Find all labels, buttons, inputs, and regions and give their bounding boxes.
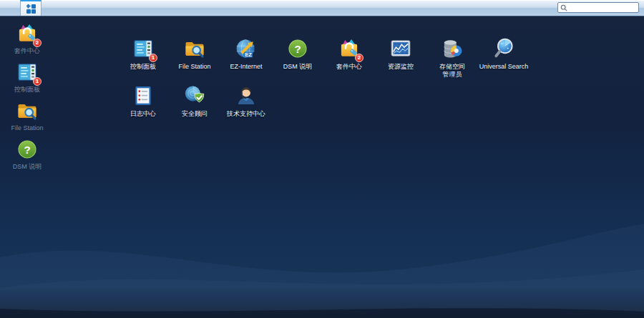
app-item-storage-manager[interactable]: 存储空间 管理员 xyxy=(426,33,478,80)
notification-badge: 1 xyxy=(149,54,157,62)
app-label: 日志中心 xyxy=(130,110,156,118)
app-label: 资源监控 xyxy=(388,63,414,71)
dsm-help-icon xyxy=(286,37,309,60)
app-item-universal-search[interactable]: Universal Search xyxy=(478,33,530,80)
app-label: 存储空间 管理员 xyxy=(439,63,465,78)
file-station-icon xyxy=(16,99,39,122)
security-advisor-icon xyxy=(183,84,206,107)
notification-badge: 1 xyxy=(33,77,42,86)
app-label: 套件中心 xyxy=(336,63,362,71)
app-item-package-center[interactable]: 2 套件中心 xyxy=(323,33,375,80)
wallpaper-waves xyxy=(0,218,644,318)
support-center-icon xyxy=(235,84,258,107)
dsm-help-icon xyxy=(16,138,39,161)
main-menu-grid-icon xyxy=(26,4,36,14)
shortcut-label: DSM 说明 xyxy=(13,163,42,171)
search-magnifier-icon xyxy=(560,4,567,11)
app-label: 技术支持中心 xyxy=(227,110,265,118)
main-menu-button[interactable] xyxy=(20,0,42,16)
app-label: Universal Search xyxy=(479,63,529,71)
app-label: 安全顾问 xyxy=(182,110,208,118)
app-label: File Station xyxy=(178,63,210,71)
app-item-file-station[interactable]: File Station xyxy=(169,33,220,80)
top-taskbar xyxy=(0,0,644,16)
search-box[interactable] xyxy=(557,2,639,13)
app-item-log-center[interactable]: 日志中心 xyxy=(117,80,169,127)
app-grid: 1 控制面板 File Station EZ-Internet DSM 说明 2… xyxy=(117,33,530,127)
package-center-icon: 2 xyxy=(338,37,361,60)
app-label: 控制面板 xyxy=(130,63,156,71)
notification-badge: 2 xyxy=(33,39,42,47)
app-label: DSM 说明 xyxy=(283,63,313,71)
universal-search-icon xyxy=(492,37,515,60)
resource-monitor-icon xyxy=(389,37,412,60)
desktop-shortcuts: 2 套件中心 1 控制面板 File Station DSM 说明 xyxy=(1,22,53,177)
desktop-shortcut-dsm-help[interactable]: DSM 说明 xyxy=(1,138,53,171)
shortcut-label: 套件中心 xyxy=(14,47,40,55)
package-center-icon: 2 xyxy=(16,22,39,45)
control-panel-icon: 1 xyxy=(132,37,155,60)
desktop-shortcut-control-panel[interactable]: 1 控制面板 xyxy=(1,61,53,94)
app-item-dsm-help[interactable]: DSM 说明 xyxy=(272,33,323,80)
app-item-security-advisor[interactable]: 安全顾问 xyxy=(169,80,220,127)
desktop-shortcut-file-station[interactable]: File Station xyxy=(1,99,53,132)
storage-manager-icon xyxy=(441,37,464,60)
app-item-support-center[interactable]: 技术支持中心 xyxy=(220,80,272,127)
notification-badge: 2 xyxy=(355,54,364,62)
app-label: EZ-Internet xyxy=(230,63,262,71)
shortcut-label: File Station xyxy=(11,124,43,132)
shortcut-label: 控制面板 xyxy=(14,86,40,94)
log-center-icon xyxy=(132,84,155,107)
desktop-shortcut-package-center[interactable]: 2 套件中心 xyxy=(1,22,53,55)
app-item-ez-internet[interactable]: EZ-Internet xyxy=(220,33,272,80)
search-input[interactable] xyxy=(570,4,636,12)
app-item-control-panel[interactable]: 1 控制面板 xyxy=(117,33,169,80)
ez-internet-icon xyxy=(235,37,258,60)
file-station-icon xyxy=(183,37,206,60)
app-item-resource-monitor[interactable]: 资源监控 xyxy=(375,33,426,80)
control-panel-icon: 1 xyxy=(16,61,39,84)
